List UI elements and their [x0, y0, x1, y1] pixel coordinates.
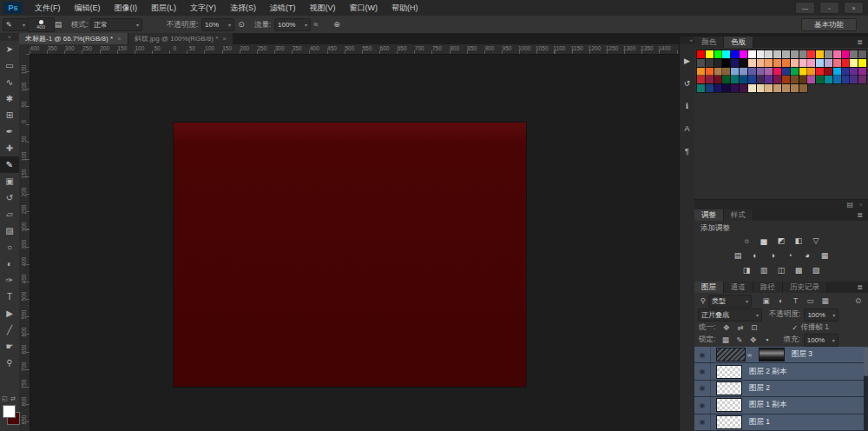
color-swatch[interactable]: [722, 50, 730, 58]
color-swatch[interactable]: [765, 84, 773, 92]
color-swatch[interactable]: [706, 50, 713, 58]
color-swatch[interactable]: [697, 68, 705, 76]
color-swatch[interactable]: [791, 59, 799, 67]
color-swatch[interactable]: [706, 68, 713, 76]
layer-row[interactable]: ◉图层 1 副本: [694, 397, 868, 414]
color-swatch[interactable]: [765, 76, 773, 83]
eraser-tool[interactable]: ▱: [0, 206, 19, 222]
unify-style-icon[interactable]: ⊡: [748, 323, 760, 332]
color-swatch[interactable]: [782, 76, 790, 83]
color-swatch[interactable]: [799, 50, 807, 58]
color-swatch[interactable]: [791, 50, 799, 58]
menu-item-file[interactable]: 文件(F): [28, 0, 68, 16]
menu-item-type[interactable]: 文字(Y): [183, 0, 223, 16]
lasso-tool[interactable]: ∿: [0, 74, 19, 90]
pressure-opacity-icon[interactable]: ⊙: [234, 18, 248, 30]
color-swatch[interactable]: [773, 59, 781, 67]
layer-row[interactable]: ◉图层 2: [694, 381, 868, 397]
zoom-tool[interactable]: ⚲: [0, 355, 19, 371]
color-swatch[interactable]: [765, 68, 773, 76]
color-swatch[interactable]: [799, 76, 807, 83]
color-balance-icon[interactable]: ◐: [749, 250, 761, 261]
color-swatch[interactable]: [807, 76, 815, 83]
color-swatch[interactable]: [706, 84, 713, 92]
color-swatch[interactable]: [791, 76, 799, 83]
color-swatch[interactable]: [825, 59, 832, 67]
color-swatch[interactable]: [825, 50, 832, 58]
layer-row[interactable]: ◉图层 1: [694, 414, 868, 431]
color-swatch[interactable]: [850, 59, 858, 67]
layer-thumbnail[interactable]: [716, 381, 742, 395]
propagate-check-icon[interactable]: ✓: [789, 323, 800, 332]
color-swatch[interactable]: [722, 68, 730, 76]
quick-mask-button[interactable]: ◎: [0, 428, 19, 431]
color-swatch[interactable]: [731, 84, 739, 92]
flow-input[interactable]: 100% ▾: [274, 18, 311, 31]
color-swatch[interactable]: [842, 50, 850, 58]
brightness-contrast-icon[interactable]: ☼: [740, 235, 753, 246]
color-swatch[interactable]: [842, 76, 850, 83]
color-swatch[interactable]: [850, 50, 858, 58]
menu-item-help[interactable]: 帮助(H): [385, 0, 425, 16]
brush-tool[interactable]: ✎: [0, 156, 19, 173]
color-swatch[interactable]: [773, 76, 781, 83]
color-swatch[interactable]: [731, 76, 739, 83]
color-swatch[interactable]: [816, 59, 824, 67]
vibrance-icon[interactable]: ▽: [810, 235, 822, 246]
color-swatch[interactable]: [842, 59, 850, 67]
scrollbar-thumb[interactable]: [864, 347, 868, 376]
horizontal-ruler[interactable]: 4003503002502001501005005010015020025030…: [30, 44, 679, 55]
visibility-toggle[interactable]: ◉: [694, 414, 711, 430]
color-swatch[interactable]: [757, 68, 765, 76]
vertical-ruler[interactable]: 1501005005010015020025030035040045050055…: [19, 54, 30, 431]
layer-opacity-input[interactable]: 100% ▾: [804, 308, 838, 322]
color-swatch[interactable]: [748, 84, 756, 92]
black-white-icon[interactable]: ◑: [766, 250, 779, 261]
color-swatch[interactable]: [740, 76, 747, 83]
layer-row[interactable]: ◉图层 2 副本: [694, 363, 868, 380]
visibility-toggle[interactable]: ◉: [694, 347, 711, 362]
color-swatch[interactable]: [782, 59, 790, 67]
swatches-tab-色板[interactable]: 色板: [724, 36, 753, 48]
color-swatch[interactable]: [714, 50, 722, 58]
color-swatch[interactable]: [807, 50, 815, 58]
color-swatch[interactable]: [807, 59, 815, 67]
opacity-input[interactable]: 10% ▾: [201, 18, 234, 31]
posterize-icon[interactable]: ▥: [758, 265, 770, 275]
color-swatch[interactable]: [748, 76, 756, 83]
layer-blend-mode-select[interactable]: 正片叠底 ▾: [698, 308, 762, 322]
line-shape-tool[interactable]: ╱: [0, 322, 19, 338]
actions-panel-icon[interactable]: ▶: [680, 54, 694, 67]
color-swatch[interactable]: [807, 68, 815, 76]
layer-fill-input[interactable]: 100% ▾: [804, 334, 838, 347]
color-swatch[interactable]: [850, 76, 858, 83]
channel-mixer-icon[interactable]: ◕: [801, 250, 813, 261]
color-swatch[interactable]: [714, 68, 722, 76]
color-swatch[interactable]: [714, 59, 722, 67]
color-swatch[interactable]: [825, 76, 832, 83]
menu-item-view[interactable]: 视图(V): [303, 0, 343, 16]
layers-scrollbar[interactable]: [864, 347, 868, 431]
adjustments-tab-调整[interactable]: 调整: [694, 209, 724, 221]
lock-image-pixels-icon[interactable]: ✎: [733, 335, 745, 344]
horizontal-type-tool[interactable]: T: [0, 288, 19, 305]
menu-item-filter[interactable]: 滤镜(T): [263, 0, 303, 16]
layer-image-thumbnail[interactable]: [759, 348, 785, 361]
color-swatch[interactable]: [740, 84, 747, 92]
color-swatch[interactable]: [740, 59, 747, 67]
color-lookup-icon[interactable]: ▦: [819, 250, 831, 261]
color-swatch[interactable]: [697, 59, 705, 67]
blend-mode-select[interactable]: 正常 ▾: [90, 18, 142, 31]
layer-thumbnail[interactable]: [716, 365, 742, 379]
color-swatch[interactable]: [816, 68, 824, 76]
character-panel-icon[interactable]: A: [680, 122, 694, 135]
color-swatch[interactable]: [842, 68, 850, 76]
pen-tool[interactable]: ✑: [0, 272, 19, 288]
color-swatch[interactable]: [858, 76, 866, 83]
swap-colors-icon[interactable]: ⇄: [10, 395, 16, 402]
collapse-toolbar-button[interactable]: »: [0, 33, 19, 41]
panel-menu-icon[interactable]: ≣: [857, 36, 866, 48]
color-swatch[interactable]: [757, 59, 765, 67]
color-swatch[interactable]: [833, 59, 841, 67]
visibility-toggle[interactable]: ◉: [694, 363, 711, 379]
